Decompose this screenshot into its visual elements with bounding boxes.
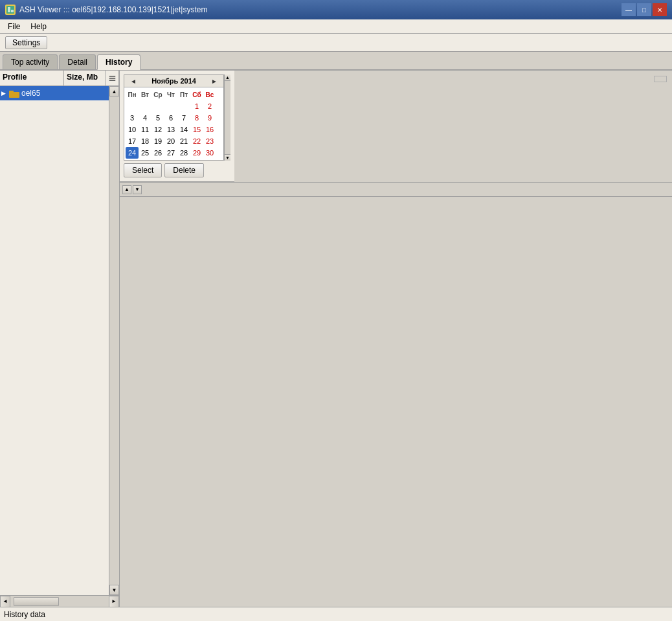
cal-scroll-down-btn[interactable]: ▼: [225, 154, 230, 161]
calendar-wrapper: ◄ Ноябрь 2014 ► Пн Вт Ср Чт Пт: [124, 74, 230, 161]
svg-rect-5: [109, 80, 115, 81]
svg-rect-4: [109, 78, 115, 79]
cal-day-11[interactable]: 11: [139, 124, 151, 135]
data-up-button[interactable]: ▲: [122, 185, 131, 194]
right-panel: ◄ Ноябрь 2014 ► Пн Вт Ср Чт Пт: [120, 71, 672, 607]
svg-rect-1: [8, 7, 10, 12]
cal-day-12[interactable]: 12: [151, 124, 164, 135]
left-panel-h-scrollbar: ◄ ►: [0, 595, 119, 607]
calendar-week-1: 1 2: [126, 100, 222, 112]
cal-day-16[interactable]: 16: [203, 124, 216, 135]
scroll-down-button[interactable]: ▼: [109, 585, 119, 595]
calendar-header: ◄ Ноябрь 2014 ►: [124, 75, 223, 87]
calendar-next-button[interactable]: ►: [209, 78, 219, 85]
cal-day-17[interactable]: 17: [126, 135, 139, 147]
cal-day-25[interactable]: 25: [139, 147, 151, 159]
day-header-mon: Пн: [126, 89, 139, 100]
tree-row-oel65[interactable]: ▶ oel65: [0, 86, 119, 100]
cal-day-14[interactable]: 14: [177, 124, 190, 135]
select-button[interactable]: Select: [124, 163, 162, 177]
cal-day-8[interactable]: 8: [190, 112, 203, 124]
title-bar-left: ASH Viewer ::: oel65|192.168.100.139|152…: [5, 5, 207, 15]
h-scroll-indicator: [654, 76, 667, 82]
cal-day-24[interactable]: 24: [126, 147, 139, 159]
svg-rect-3: [109, 76, 115, 77]
cal-day-empty: [177, 100, 190, 112]
cal-day-26[interactable]: 26: [151, 147, 164, 159]
cal-day-empty: [126, 100, 139, 112]
window-title: ASH Viewer ::: oel65|192.168.100.139|152…: [19, 5, 207, 14]
calendar-month-year: Ноябрь 2014: [151, 77, 196, 85]
tab-history[interactable]: History: [97, 54, 140, 70]
cal-day-3[interactable]: 3: [126, 112, 139, 124]
calendar-week-2: 3 4 5 6 7 8 9: [126, 112, 222, 124]
cal-day-22[interactable]: 22: [190, 135, 203, 147]
day-header-tue: Вт: [139, 89, 151, 100]
cal-day-7[interactable]: 7: [177, 112, 190, 124]
tab-detail[interactable]: Detail: [59, 54, 96, 69]
delete-button[interactable]: Delete: [164, 163, 204, 177]
menu-bar: File Help: [0, 19, 672, 34]
cal-day-empty: [164, 100, 177, 112]
tree-item-label: oel65: [21, 89, 40, 98]
main-content: Profile Size, Mb ▶ oel65: [0, 71, 672, 607]
calendar: ◄ Ноябрь 2014 ► Пн Вт Ср Чт Пт: [124, 74, 224, 161]
menu-file[interactable]: File: [3, 21, 25, 32]
cal-day-10[interactable]: 10: [126, 124, 139, 135]
cal-day-23[interactable]: 23: [203, 135, 216, 147]
right-top-section: ◄ Ноябрь 2014 ► Пн Вт Ср Чт Пт: [120, 71, 672, 183]
minimize-button[interactable]: —: [622, 3, 636, 16]
calendar-week-3: 10 11 12 13 14 15 16: [126, 124, 222, 135]
calendar-grid: Пн Вт Ср Чт Пт Сб Вс: [124, 87, 223, 160]
cal-day-1[interactable]: 1: [190, 100, 203, 112]
calendar-container: ◄ Ноябрь 2014 ► Пн Вт Ср Чт Пт: [120, 71, 234, 182]
table-options-icon: [109, 74, 116, 83]
day-header-sun: Вс: [203, 89, 216, 100]
col-size-header: Size, Mb: [64, 71, 106, 85]
svg-rect-6: [9, 92, 19, 98]
tab-top-activity[interactable]: Top activity: [3, 54, 58, 69]
tabs-bar: Top activity Detail History: [0, 52, 672, 71]
maximize-button[interactable]: □: [637, 3, 651, 16]
app-icon: [5, 5, 16, 15]
title-bar: ASH Viewer ::: oel65|192.168.100.139|152…: [0, 0, 672, 19]
cal-day-15[interactable]: 15: [190, 124, 203, 135]
cal-day-30[interactable]: 30: [203, 147, 216, 159]
cal-day-21[interactable]: 21: [177, 135, 190, 147]
cal-day-29[interactable]: 29: [190, 147, 203, 159]
close-button[interactable]: ✕: [653, 3, 667, 16]
scroll-left-button[interactable]: ◄: [0, 596, 10, 607]
settings-button[interactable]: Settings: [5, 36, 47, 49]
cal-day-empty: [151, 100, 164, 112]
cal-day-28[interactable]: 28: [177, 147, 190, 159]
cal-day-2[interactable]: 2: [203, 100, 216, 112]
svg-rect-7: [9, 91, 14, 93]
day-header-fri: Пт: [177, 89, 190, 100]
svg-rect-2: [11, 10, 14, 12]
cal-day-13[interactable]: 13: [164, 124, 177, 135]
calendar-right-scrollbar[interactable]: ▲ ▼: [224, 74, 230, 161]
left-panel-scrollbar[interactable]: ▲ ▼: [109, 86, 119, 595]
scroll-h-thumb[interactable]: [14, 597, 59, 606]
col-icon-header[interactable]: [106, 71, 119, 85]
left-panel-content: ▶ oel65 ▲ ▼: [0, 86, 119, 595]
cal-day-18[interactable]: 18: [139, 135, 151, 147]
status-bar: History data: [0, 607, 672, 621]
data-down-button[interactable]: ▼: [133, 185, 142, 194]
calendar-prev-button[interactable]: ◄: [128, 78, 139, 85]
cal-day-4[interactable]: 4: [139, 112, 151, 124]
calendar-week-4: 17 18 19 20 21 22 23: [126, 135, 222, 147]
menu-help[interactable]: Help: [25, 21, 52, 32]
scroll-right-button[interactable]: ►: [109, 596, 119, 607]
day-header-sat: Сб: [190, 89, 203, 100]
cal-day-6[interactable]: 6: [164, 112, 177, 124]
cal-day-19[interactable]: 19: [151, 135, 164, 147]
cal-day-20[interactable]: 20: [164, 135, 177, 147]
cal-day-5[interactable]: 5: [151, 112, 164, 124]
cal-scroll-up-btn[interactable]: ▲: [225, 74, 230, 81]
scroll-up-button[interactable]: ▲: [109, 86, 119, 96]
cal-scroll-track: [225, 81, 230, 154]
right-empty-area: [234, 71, 672, 182]
cal-day-27[interactable]: 27: [164, 147, 177, 159]
cal-day-9[interactable]: 9: [203, 112, 216, 124]
